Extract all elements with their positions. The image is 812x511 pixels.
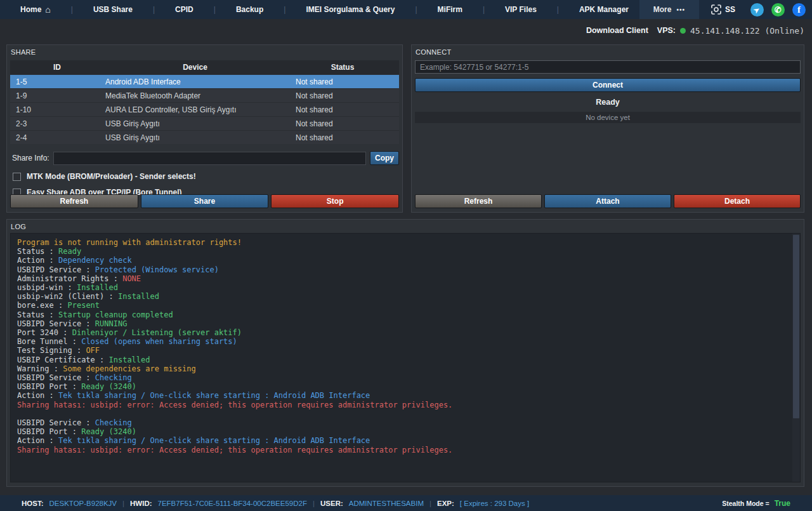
col-header-id: ID bbox=[10, 63, 104, 72]
nav-item-backup[interactable]: Backup bbox=[204, 0, 273, 19]
nav-item-usb-share[interactable]: USB Share bbox=[61, 0, 143, 19]
log-line-key: usbip-win2 (Client) : bbox=[17, 292, 118, 301]
divider: | bbox=[122, 500, 124, 507]
table-row[interactable]: 1-9 MediaTek Bluetooth Adapter Not share… bbox=[10, 88, 399, 102]
log-line-value: Some dependencies are missing bbox=[63, 364, 196, 373]
log-line-key: Warning : bbox=[17, 364, 63, 373]
more-menu-button[interactable]: More ••• bbox=[639, 0, 699, 19]
online-status-dot bbox=[680, 28, 686, 34]
log-line-value: Dependency check bbox=[58, 256, 132, 265]
attach-button[interactable]: Attach bbox=[544, 194, 671, 208]
log-line: USBIP Certificate : Installed bbox=[17, 355, 786, 364]
device-table-body: 1-5 Android ADB Interface Not shared 1-9… bbox=[10, 74, 399, 144]
user-label: USER: bbox=[320, 500, 343, 507]
log-line-value: Closed (opens when sharing starts) bbox=[81, 337, 237, 346]
ellipsis-icon: ••• bbox=[676, 6, 685, 13]
share-info-label: Share Info: bbox=[10, 154, 49, 163]
log-line-key: usbipd-win : bbox=[17, 283, 77, 292]
log-line: USBIPD Service : RUNNING bbox=[17, 319, 786, 328]
host-label: HOST: bbox=[22, 500, 44, 507]
log-line-key: Test Signing : bbox=[17, 346, 86, 355]
log-line: Action : Tek tıkla sharing / One-click s… bbox=[17, 391, 786, 400]
mtk-mode-label: MTK Mode (BROM/Preloader) - Sender selec… bbox=[27, 172, 196, 181]
log-line: Action : Dependency check bbox=[17, 256, 786, 265]
cell-id: 1-5 bbox=[10, 77, 104, 86]
log-line-value: Installed bbox=[77, 283, 118, 292]
log-line-value: Checking bbox=[95, 418, 132, 427]
log-line-value: Startup cleanup completed bbox=[58, 310, 173, 319]
nav-item-imei-query[interactable]: IMEI Sorgulama & Query bbox=[273, 0, 405, 19]
log-panel: LOG Program is not running with administ… bbox=[6, 219, 804, 487]
top-strip: Download Client VPS: 45.141.148.122 (Onl… bbox=[0, 19, 812, 42]
vps-label: VPS: bbox=[657, 26, 676, 35]
cell-device: Android ADB Interface bbox=[104, 77, 286, 86]
log-scrollbar-thumb[interactable] bbox=[793, 235, 799, 418]
facebook-icon[interactable]: f bbox=[792, 3, 806, 17]
share-panel: SHARE ID Device Status 1-5 Android ADB I… bbox=[6, 44, 403, 213]
connect-button[interactable]: Connect bbox=[415, 78, 801, 92]
connect-buttons-row: Refresh Attach Detach bbox=[415, 194, 801, 208]
log-line-value: Protected (Windows service) bbox=[95, 265, 219, 274]
nav-item-label: MiFirm bbox=[438, 5, 462, 14]
log-line-value: Sharing hatası: usbipd: error: Access de… bbox=[17, 401, 452, 409]
log-line-value: Dinleniyor / Listening (server aktif) bbox=[72, 328, 242, 337]
f-glyph: f bbox=[797, 5, 801, 15]
log-line-value: OFF bbox=[86, 346, 100, 355]
share-panel-title: SHARE bbox=[7, 45, 402, 56]
cell-id: 2-4 bbox=[10, 133, 104, 142]
nav-item-home[interactable]: Home ⌂ bbox=[10, 0, 61, 19]
log-scrollbar[interactable] bbox=[792, 234, 800, 482]
nav-right-icons: More ••• SS ➤ ✆ f bbox=[639, 0, 806, 19]
telegram-icon[interactable]: ➤ bbox=[750, 3, 764, 17]
log-line-key: Action : bbox=[17, 391, 58, 400]
top-navbar: Home ⌂ USB Share CPID Backup IMEI Sorgul… bbox=[0, 0, 812, 19]
cell-status: Not shared bbox=[286, 91, 399, 100]
table-row[interactable]: 1-5 Android ADB Interface Not shared bbox=[10, 74, 399, 88]
detach-button[interactable]: Detach bbox=[674, 194, 801, 208]
nav-item-apk-manager[interactable]: APK Manager bbox=[547, 0, 639, 19]
log-line: Sharing hatası: usbipd: error: Access de… bbox=[17, 446, 786, 455]
share-info-input[interactable] bbox=[53, 152, 366, 165]
log-line: Administrator Rights : NONE bbox=[17, 274, 786, 283]
table-row[interactable]: 1-10 AURA LED Controller, USB Giriş Aygı… bbox=[10, 102, 399, 116]
connect-id-input[interactable] bbox=[415, 60, 801, 74]
table-row[interactable]: 2-3 USB Giriş Aygıtı Not shared bbox=[10, 116, 399, 130]
cell-device: AURA LED Controller, USB Giriş Aygıtı bbox=[104, 105, 286, 114]
nav-item-cpid[interactable]: CPID bbox=[143, 0, 204, 19]
table-row[interactable]: 2-4 USB Giriş Aygıtı Not shared bbox=[10, 130, 399, 144]
log-line-key: USBIP Certificate : bbox=[17, 355, 109, 364]
share-button[interactable]: Share bbox=[141, 194, 269, 208]
share-refresh-button[interactable]: Refresh bbox=[10, 194, 138, 208]
log-line: usbip-win2 (Client) : Installed bbox=[17, 292, 786, 301]
log-line: Status : Startup cleanup completed bbox=[17, 310, 786, 319]
log-line-key: USBIPD Port : bbox=[17, 382, 81, 391]
col-header-device: Device bbox=[104, 63, 286, 72]
stop-button[interactable]: Stop bbox=[271, 194, 399, 208]
log-line-value: NONE bbox=[122, 274, 141, 283]
share-buttons-row: Refresh Share Stop bbox=[10, 194, 399, 208]
nav-item-vip-files[interactable]: VIP Files bbox=[473, 0, 547, 19]
log-line-key: Status : bbox=[17, 247, 58, 256]
ss-label: SS bbox=[725, 5, 735, 14]
log-line: Bore Tunnel : Closed (opens when sharing… bbox=[17, 337, 786, 346]
download-client-link[interactable]: Download Client bbox=[586, 26, 648, 35]
log-line-value: Present bbox=[67, 301, 100, 310]
connect-refresh-button[interactable]: Refresh bbox=[415, 194, 542, 208]
log-line-key: USBIPD Service : bbox=[17, 418, 95, 427]
mtk-mode-checkbox[interactable] bbox=[13, 173, 21, 181]
bottom-statusbar: HOST: DESKTOP-B928KJV | HWID: 7EFB7F51-7… bbox=[0, 495, 812, 511]
share-info-row: Share Info: Copy bbox=[10, 151, 399, 165]
nav-item-label: IMEI Sorgulama & Query bbox=[306, 5, 395, 14]
log-line: Test Signing : OFF bbox=[17, 346, 786, 355]
log-line: Port 3240 : Dinleniyor / Listening (serv… bbox=[17, 328, 786, 337]
mtk-mode-checkbox-row[interactable]: MTK Mode (BROM/Preloader) - Sender selec… bbox=[13, 172, 399, 181]
whatsapp-icon[interactable]: ✆ bbox=[771, 3, 785, 17]
home-icon: ⌂ bbox=[45, 4, 50, 15]
log-line-key: Administrator Rights : bbox=[17, 274, 122, 283]
nav-item-mifirm[interactable]: MiFirm bbox=[405, 0, 472, 19]
log-line-value: RUNNING bbox=[95, 319, 128, 328]
more-label: More bbox=[653, 5, 672, 14]
log-line: usbipd-win : Installed bbox=[17, 283, 786, 292]
copy-button[interactable]: Copy bbox=[370, 151, 399, 165]
screenshot-button[interactable]: SS bbox=[710, 4, 735, 15]
